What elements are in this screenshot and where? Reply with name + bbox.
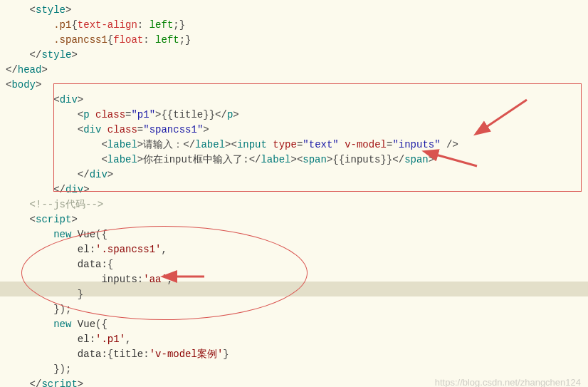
code-token: : xyxy=(137,274,143,285)
code-token: >请输入：</ xyxy=(137,139,195,150)
code-token: ({ xyxy=(95,319,107,330)
code-token: label xyxy=(195,139,225,150)
code-token: body xyxy=(11,79,36,91)
code-token: .spancss1 xyxy=(53,34,107,46)
code-token: data xyxy=(78,259,102,270)
code-line: }); xyxy=(6,302,588,317)
code-token: div xyxy=(90,169,107,180)
code-token: < xyxy=(6,94,60,105)
code-token: data xyxy=(78,349,102,360)
code-token: '.p1' xyxy=(95,334,125,345)
code-line: <style> xyxy=(6,3,588,18)
code-line: </div> xyxy=(6,182,588,197)
code-token: .p1 xyxy=(53,19,71,31)
code-token xyxy=(90,109,95,120)
code-token xyxy=(6,349,78,360)
code-token: > xyxy=(233,109,238,120)
code-token: label xyxy=(107,154,137,165)
code-token: left xyxy=(149,19,174,31)
code-token: >< xyxy=(290,154,303,165)
code-token: type xyxy=(273,139,297,150)
code-token: >{{inputs}}</ xyxy=(327,154,404,165)
code-line: .spancss1{float: left;} xyxy=(6,33,588,48)
code-token: new xyxy=(53,319,71,330)
code-token: < xyxy=(6,214,36,225)
code-token: </ xyxy=(6,378,41,387)
code-token: </ xyxy=(6,49,41,61)
code-token: > xyxy=(429,154,434,165)
code-token xyxy=(6,259,78,270)
code-token: "spancss1" xyxy=(143,124,203,135)
code-token: ;} xyxy=(173,19,185,31)
code-line: <label>请输入：</label><input type="text" v-… xyxy=(6,138,588,153)
code-token: >{{title}}</ xyxy=(155,109,227,120)
code-token xyxy=(71,229,77,240)
code-line: el:'.p1', xyxy=(6,332,588,347)
code-token: > xyxy=(65,4,71,16)
code-token: span xyxy=(404,154,429,165)
code-line: <label>你在input框中输入了:</label><span>{{inpu… xyxy=(6,153,588,167)
code-line: .p1{text-align: left;} xyxy=(6,18,588,33)
code-token: > xyxy=(203,124,209,135)
code-line: data:{title:'v-model案例'} xyxy=(6,347,588,362)
code-token: '.spancss1' xyxy=(95,244,161,255)
code-token: style xyxy=(36,4,65,16)
code-token: > xyxy=(71,214,77,225)
code-token: }); xyxy=(6,304,71,315)
code-token: style xyxy=(41,49,71,61)
code-token: ({ xyxy=(95,229,107,240)
code-token: > xyxy=(107,169,113,180)
code-token: = xyxy=(137,124,143,135)
code-line: </style> xyxy=(6,48,588,63)
code-token: inputs xyxy=(101,274,137,285)
code-token: v-model xyxy=(345,139,387,150)
code-token: > xyxy=(78,378,83,387)
code-token: div xyxy=(60,94,78,105)
code-token: input xyxy=(237,139,267,150)
code-token: label xyxy=(261,154,290,165)
code-token: < xyxy=(6,109,83,120)
code-token xyxy=(6,244,78,255)
code-token: <!--js代码--> xyxy=(30,199,104,210)
code-token: p xyxy=(83,109,89,120)
code-token: span xyxy=(303,154,327,165)
code-token xyxy=(6,319,53,330)
code-token: : xyxy=(90,334,95,345)
code-token: >你在input框中输入了:</ xyxy=(137,154,261,165)
code-line: <p class="p1">{{title}}</p> xyxy=(6,108,588,123)
code-token: , xyxy=(167,274,173,285)
code-token xyxy=(339,139,345,150)
code-token: class xyxy=(95,109,125,120)
code-token: el xyxy=(78,244,90,255)
code-token: "text" xyxy=(303,139,338,150)
code-token: text-align xyxy=(78,19,137,31)
code-token: "p1" xyxy=(131,109,155,120)
code-token xyxy=(71,319,77,330)
code-line: data:{ xyxy=(6,257,588,272)
code-token xyxy=(6,19,53,31)
code-token: : xyxy=(90,244,95,255)
code-token: : xyxy=(143,349,149,360)
code-token: Vue xyxy=(78,319,95,330)
code-token xyxy=(6,229,53,240)
code-token: float xyxy=(113,34,143,46)
code-token: </ xyxy=(6,169,90,180)
code-token: , xyxy=(161,244,167,255)
code-token: div xyxy=(83,124,101,135)
code-line: </div> xyxy=(6,167,588,182)
code-token: head xyxy=(18,64,42,76)
code-line: <body> xyxy=(6,78,588,93)
code-token: < xyxy=(6,4,36,16)
code-token: el xyxy=(78,334,90,345)
code-token: label xyxy=(107,139,137,150)
code-token: 'v-model案例' xyxy=(149,349,224,360)
code-token: >< xyxy=(225,139,237,150)
code-token xyxy=(101,124,107,135)
code-token: > xyxy=(41,64,47,76)
code-token: { xyxy=(107,34,113,46)
code-token: < xyxy=(6,139,107,150)
code-line: } xyxy=(6,287,588,302)
code-line: <script> xyxy=(6,212,588,227)
watermark-text: https://blog.csdn.net/zhangchen124 xyxy=(435,376,581,388)
code-line: <!--js代码--> xyxy=(6,197,588,212)
